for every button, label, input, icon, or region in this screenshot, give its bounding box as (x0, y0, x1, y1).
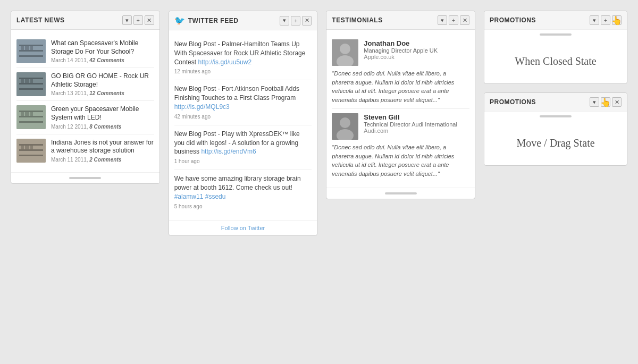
minimize-button[interactable]: ▾ (590, 15, 599, 25)
right-column: PROMOTIONS ▾ + 👆 When Closed State PROMO… (484, 11, 627, 174)
svg-point-32 (340, 117, 350, 128)
closed-state-label: When Closed State (484, 39, 627, 83)
news-thumbnail (16, 139, 46, 163)
testimonial-quote: "Donec sed odio dui. Nulla vitae elit li… (332, 143, 469, 178)
svg-rect-13 (30, 79, 33, 83)
news-content: Green your Spacesaver Mobile System with… (51, 105, 154, 129)
move-state-label: Move / Drag State (484, 121, 627, 165)
tweet-link[interactable]: http://is.gd/uu5uw2 (198, 58, 251, 66)
promotions-move-header: PROMOTIONS ▾ 👆 ✕ (484, 93, 627, 111)
latest-news-title: LATEST NEWS (16, 16, 119, 24)
list-item: We have some amazing library storage bra… (174, 170, 312, 214)
author-company: Audi.com (364, 128, 457, 134)
news-thumbnail (16, 39, 46, 63)
minimize-button[interactable]: ▾ (122, 15, 132, 25)
twitter-feed-body: New Blog Post - Palmer-Hamilton Teams Up… (169, 30, 317, 220)
svg-rect-6 (30, 46, 33, 50)
tweet-time: 12 minutes ago (174, 68, 312, 75)
svg-rect-18 (21, 112, 24, 116)
close-button[interactable]: ✕ (302, 16, 312, 26)
add-button[interactable]: + (133, 15, 143, 25)
twitter-feed-controls: ▾ + ✕ (280, 16, 312, 26)
close-button[interactable]: 👆 (612, 15, 622, 25)
news-content: Indiana Jones is not your answer for a w… (51, 139, 154, 163)
tweet-time: 1 hour ago (174, 158, 312, 165)
testimonials-header: TESTIMONIALS ▾ + ✕ (326, 11, 475, 30)
tweet-link[interactable]: http://is.gd/endVm6 (201, 148, 256, 155)
news-title: Indiana Jones is not your answer for a w… (51, 139, 154, 155)
cursor-icon: 👆 (611, 15, 622, 26)
author-name: Steven Gill (364, 113, 457, 121)
tweet-link[interactable]: http://is.gd/MQL9c3 (174, 103, 230, 111)
svg-rect-26 (25, 146, 29, 149)
minimize-button[interactable]: ▾ (280, 16, 289, 26)
svg-rect-5 (25, 46, 29, 50)
avatar (332, 113, 358, 140)
svg-rect-8 (19, 78, 43, 79)
list-item: Steven Gill Technical Director Audi Inte… (332, 109, 469, 182)
testimonials-widget: TESTIMONIALS ▾ + ✕ Jonathan Doe Managing… (326, 11, 475, 199)
add-button[interactable]: + (449, 15, 458, 25)
latest-news-body: What can Spacesaver's Mobile Storage Do … (11, 30, 160, 172)
dashboard: LATEST NEWS ▾ + ✕ What can Spacesaver's … (11, 11, 627, 236)
scrollbar[interactable] (540, 33, 572, 36)
svg-rect-25 (21, 146, 24, 149)
news-title: What can Spacesaver's Mobile Storage Do … (51, 39, 154, 56)
testimonials-body: Jonathan Doe Managing Director Apple UK … (326, 30, 475, 188)
promotions-closed-widget: PROMOTIONS ▾ + 👆 When Closed State (484, 11, 627, 84)
twitter-feed-header: 🐦 TWITTER FEED ▾ + ✕ (169, 11, 317, 30)
svg-rect-12 (25, 79, 29, 83)
cursor-icon: 👆 (600, 97, 611, 107)
author-company: Apple.co.uk (364, 54, 438, 60)
twitter-feed-footer: Follow on Twitter (169, 220, 317, 235)
list-item: Indiana Jones is not your answer for a w… (16, 134, 154, 167)
news-title: Green your Spacesaver Mobile System with… (51, 105, 154, 122)
close-button[interactable]: ✕ (612, 97, 622, 107)
testimonials-controls: ▾ + ✕ (438, 15, 469, 25)
svg-rect-3 (19, 55, 43, 57)
promotions-move-title: PROMOTIONS (490, 98, 586, 106)
news-meta: March 12 2011, 8 Comments (51, 124, 154, 130)
author-info: Jonathan Doe Managing Director Apple UK … (364, 39, 438, 60)
news-content: What can Spacesaver's Mobile Storage Do … (51, 39, 154, 63)
add-button[interactable]: 👆 (601, 97, 610, 107)
add-button[interactable]: + (601, 15, 610, 25)
promotions-move-controls: ▾ 👆 ✕ (590, 97, 622, 107)
testimonial-author: Steven Gill Technical Director Audi Inte… (332, 113, 469, 140)
scrollbar[interactable] (385, 192, 417, 194)
svg-rect-11 (21, 79, 24, 83)
svg-rect-23 (19, 149, 43, 151)
svg-rect-22 (19, 144, 43, 146)
news-meta: March 14 2011, 42 Comments (51, 57, 154, 63)
follow-twitter-link[interactable]: Follow on Twitter (221, 223, 265, 233)
svg-rect-19 (25, 112, 29, 116)
twitter-icon: 🐦 (174, 15, 185, 26)
svg-point-29 (340, 44, 350, 54)
list-item: New Blog Post - Fort Atkinson Football A… (174, 80, 312, 125)
scrollbar[interactable] (69, 177, 101, 179)
author-info: Steven Gill Technical Director Audi Inte… (364, 113, 457, 134)
add-button[interactable]: + (291, 16, 300, 26)
promotions-move-widget: PROMOTIONS ▾ 👆 ✕ Move / Drag State (484, 92, 627, 166)
minimize-button[interactable]: ▾ (438, 15, 447, 25)
list-item: Jonathan Doe Managing Director Apple UK … (332, 35, 469, 109)
avatar (332, 39, 358, 66)
close-button[interactable]: ✕ (460, 15, 469, 25)
testimonials-footer (326, 188, 475, 199)
news-title: GO BIG OR GO HOME - Rock UR Athletic Sto… (51, 72, 154, 89)
close-button[interactable]: ✕ (145, 15, 154, 25)
hashtag-link[interactable]: #alamw11 #ssedu (174, 193, 226, 200)
promotions-closed-footer (484, 29, 627, 39)
twitter-feed-widget: 🐦 TWITTER FEED ▾ + ✕ New Blog Post - Pal… (169, 11, 318, 236)
latest-news-header: LATEST NEWS ▾ + ✕ (11, 11, 160, 30)
list-item: Green your Spacesaver Mobile System with… (16, 101, 154, 134)
svg-rect-17 (19, 121, 43, 123)
svg-rect-10 (19, 88, 43, 90)
latest-news-footer (11, 172, 160, 183)
minimize-button[interactable]: ▾ (590, 97, 599, 107)
testimonial-author: Jonathan Doe Managing Director Apple UK … (332, 39, 469, 66)
news-meta: March 13 2011, 12 Comments (51, 90, 154, 96)
list-item: New Blog Post - Palmer-Hamilton Teams Up… (174, 36, 312, 80)
testimonials-title: TESTIMONIALS (332, 16, 434, 24)
scrollbar[interactable] (540, 115, 572, 117)
